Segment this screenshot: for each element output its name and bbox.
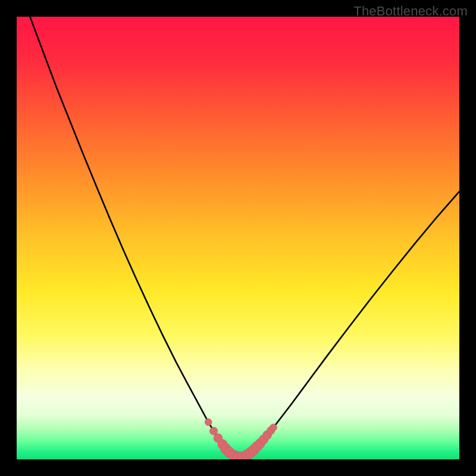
marker-dot <box>270 424 277 431</box>
chart-frame: TheBottleneck.com <box>0 0 476 476</box>
chart-plot-area <box>17 17 459 459</box>
marker-dot <box>205 419 212 426</box>
watermark-text: TheBottleneck.com <box>353 4 468 19</box>
chart-svg <box>17 17 459 459</box>
chart-background-gradient <box>17 17 459 459</box>
